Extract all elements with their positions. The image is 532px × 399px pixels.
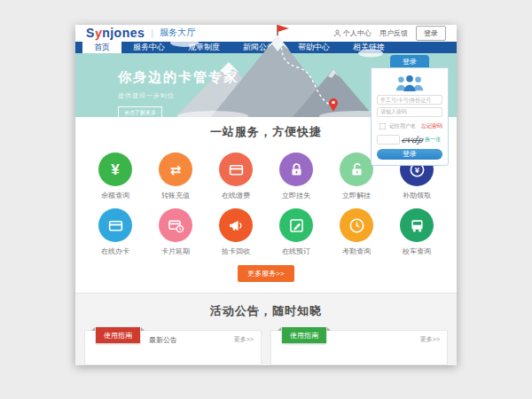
service-label: 在线缴费	[222, 191, 250, 200]
hero-title: 你身边的卡管专家	[118, 69, 239, 86]
logo-text-rest: njones	[102, 26, 145, 40]
svg-text:¥: ¥	[414, 164, 419, 174]
bus-icon	[400, 208, 434, 242]
service-label: 转账充值	[161, 191, 190, 200]
service-label: 立即挂失	[282, 191, 310, 200]
latest-news-tab[interactable]: 最新公告	[140, 331, 186, 349]
more-link-left[interactable]: 更多>>	[227, 331, 261, 348]
transfer-icon: ⇄	[159, 153, 192, 186]
service-label: 在线办卡	[101, 246, 129, 256]
password-input[interactable]	[377, 107, 442, 117]
logo-divider: |	[151, 27, 153, 38]
brand-logo: Synjones	[86, 26, 145, 40]
unlock-icon	[340, 153, 373, 186]
username-input[interactable]	[377, 95, 442, 105]
announcements-section: 活动公告，随时知晓 使用指南 最新公告 更多>> 使用指南 更多>>	[75, 293, 457, 365]
service-校车查询[interactable]: 校车查询	[387, 208, 447, 256]
pencil-icon	[279, 208, 313, 242]
service-余额查询[interactable]: ¥余额查询	[85, 153, 145, 200]
service-转账充值[interactable]: ⇄转账充值	[145, 153, 206, 200]
captcha-image[interactable]: cvdp	[401, 135, 424, 145]
logo-accent: y	[94, 26, 103, 41]
desktop-background: Synjones | 服务大厅 个人中心 用户反馈 登录 首页服务中心规章制度新…	[0, 0, 532, 399]
service-卡片延期[interactable]: 卡片延期	[145, 208, 206, 256]
login-widget: 登录 记住用户名 忘记密码 cvdp 换一张 登录	[371, 55, 449, 166]
service-label: 在线预订	[282, 246, 310, 256]
remember-checkbox[interactable]	[379, 122, 387, 129]
remember-label: 记住用户名	[389, 122, 416, 130]
service-考勤查询[interactable]: 考勤查询	[326, 208, 387, 256]
guide-panel-left: 使用指南 最新公告 更多>>	[84, 330, 262, 365]
announcements-title: 活动公告，随时知晓	[75, 303, 457, 319]
service-在线缴费[interactable]: 在线缴费	[206, 153, 266, 200]
hero-cta-button[interactable]: 点击了解更多	[118, 106, 162, 120]
card-icon	[219, 153, 253, 186]
service-在线办卡[interactable]: 在线办卡	[85, 208, 145, 256]
service-拾卡回收[interactable]: 拾卡回收	[206, 208, 266, 256]
login-submit-button[interactable]: 登录	[377, 149, 442, 160]
nav-item-首页[interactable]: 首页	[82, 42, 121, 53]
service-label: 校车查询	[403, 246, 431, 256]
service-label: 卡片延期	[161, 246, 190, 256]
hero-copy: 你身边的卡管专家 提供捷径一步到位 点击了解更多	[118, 69, 239, 120]
hero-subtitle: 提供捷径一步到位	[118, 91, 239, 100]
yen-icon: ¥	[98, 153, 132, 186]
card-clock-icon	[159, 208, 192, 242]
forgot-password-link[interactable]: 忘记密码	[421, 122, 442, 130]
guide-tab-right[interactable]: 使用指南	[282, 327, 326, 343]
service-立即挂失[interactable]: 立即挂失	[266, 153, 326, 200]
users-group-icon	[394, 74, 426, 91]
more-link-right[interactable]: 更多>>	[413, 331, 447, 348]
guide-panel-right: 使用指南 更多>>	[270, 330, 448, 365]
remember-row: 记住用户名 忘记密码	[377, 121, 442, 132]
header-login-button[interactable]: 登录	[416, 26, 446, 41]
login-tab[interactable]: 登录	[390, 55, 429, 67]
service-label: 立即解挂	[342, 191, 371, 200]
megaphone-icon	[219, 208, 253, 242]
captcha-input[interactable]	[377, 135, 400, 145]
guide-tab-left[interactable]: 使用指南	[96, 327, 140, 343]
card-icon	[98, 208, 132, 242]
captcha-refresh-link[interactable]: 换一张	[425, 136, 441, 144]
service-label: 拾卡回收	[222, 246, 250, 256]
clock-icon	[340, 208, 373, 242]
more-services-button[interactable]: 更多服务>>	[238, 265, 293, 282]
service-label: 考勤查询	[342, 246, 371, 256]
service-label: 余额查询	[101, 191, 129, 200]
service-在线预订[interactable]: 在线预订	[266, 208, 326, 256]
login-form: 记住用户名 忘记密码 cvdp 换一张 登录	[371, 67, 449, 166]
captcha-row: cvdp 换一张	[377, 135, 442, 145]
lock-icon	[279, 153, 313, 186]
services-grid: ¥余额查询⇄转账充值在线缴费立即挂失立即解挂¥补助领取在线办卡卡片延期拾卡回收在…	[85, 153, 447, 256]
announcement-panels: 使用指南 最新公告 更多>> 使用指南 更多>>	[75, 330, 457, 365]
service-label: 补助领取	[403, 191, 431, 200]
